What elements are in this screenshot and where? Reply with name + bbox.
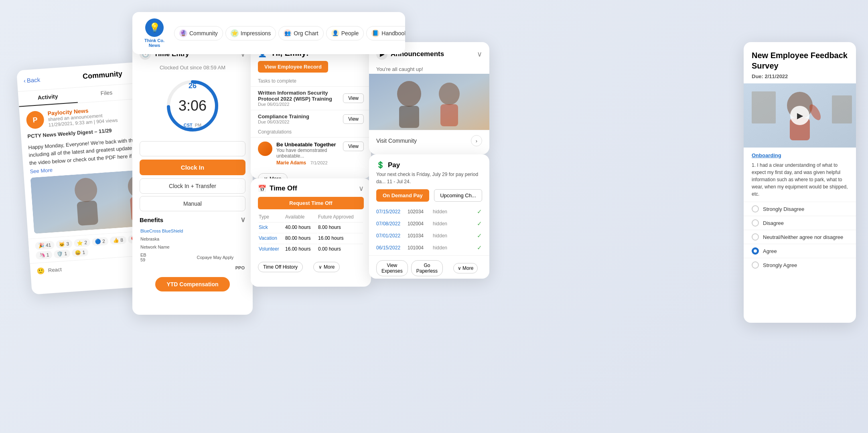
upcoming-checks-button[interactable]: Upcoming Ch... (434, 189, 482, 202)
nav-item-impressions[interactable]: ⭐ Impressions (225, 26, 276, 40)
task-item-1: Written Information Security Protocol 20… (251, 86, 371, 110)
back-button[interactable]: ‹ Back (23, 76, 40, 84)
pay-title: Pay (388, 161, 400, 169)
announcements-chevron-icon[interactable]: ∨ (477, 50, 482, 59)
congrats-link[interactable]: Marie Adams (276, 160, 306, 166)
congrats-avatar (258, 142, 272, 156)
nav-item-orgchart[interactable]: 👥 Org Chart (278, 26, 323, 40)
reaction-5[interactable]: 👍 8 (110, 236, 126, 245)
reaction-1[interactable]: 🎉 41 (35, 241, 55, 250)
clock-in-transfer-button[interactable]: Clock In + Transfer (140, 178, 245, 194)
pay-id-4: 101004 (408, 245, 430, 251)
congrats-title: Be Unbeatable Together (276, 142, 339, 148)
reaction-4[interactable]: 🔵 2 (91, 237, 108, 246)
nav-item-handbook[interactable]: 📘 Handbook (366, 26, 405, 40)
pay-date-4[interactable]: 06/15/2022 (376, 245, 404, 251)
nav-item-people[interactable]: 👤 People (326, 26, 364, 40)
react-label[interactable]: React (48, 266, 62, 273)
time-off-table: Type Available Future Approved Sick 40.0… (258, 213, 364, 255)
survey-card: New Employee Feedback Survey Due: 2/11/2… (744, 42, 856, 323)
pay-more-button[interactable]: ∨ More (453, 263, 478, 273)
pay-date-1[interactable]: 07/15/2022 (376, 209, 404, 214)
pay-id-1: 102034 (408, 209, 430, 214)
benefits-chevron-icon[interactable]: ∨ (240, 215, 245, 224)
clock-time-display: 3:06 (178, 97, 207, 114)
clock-circle-container: 26 3:06 CST PM (132, 74, 253, 138)
reaction-2[interactable]: 🐱 3 (56, 239, 73, 249)
chevron-down-icon: ∨ (318, 264, 322, 270)
announcements-photo (369, 74, 489, 130)
chevron-down-icon: ∨ (264, 176, 268, 178)
benefits-table: BlueCross BlueShield Nebraska Network Na… (140, 227, 245, 272)
timezone-label[interactable]: CST (184, 123, 193, 128)
nav-logo: 💡 Think Co. News (140, 18, 168, 48)
task-view-button-2[interactable]: View (343, 114, 364, 124)
nav-label-community: Community (189, 30, 218, 36)
reaction-11[interactable]: 🛡️ 1 (54, 249, 71, 259)
time-off-type-volunteer[interactable]: Volunteer (259, 246, 279, 252)
play-button[interactable]: ▶ (790, 106, 809, 125)
dollar-icon: 💲 (376, 161, 385, 169)
radio-option-5[interactable]: Strongly Agree (744, 258, 856, 272)
time-off-type-sick[interactable]: Sick (259, 225, 268, 230)
pay-date-2[interactable]: 07/08/2022 (376, 221, 404, 227)
time-off-type-vacation[interactable]: Vacation (259, 235, 277, 241)
visit-community-text: Visit Community (376, 138, 417, 144)
clock-in-button[interactable]: Clock In (140, 160, 245, 175)
chevron-down-icon: ∨ (458, 265, 461, 271)
pay-date-3[interactable]: 07/01/2022 (376, 233, 404, 239)
radio-option-1[interactable]: Strongly Disagree (744, 202, 856, 216)
people-icon: 👤 (331, 29, 339, 37)
nav-item-community[interactable]: 🔮 Community (174, 26, 223, 40)
pay-footer: View Expenses Go Paperless ∨ More (369, 255, 489, 279)
react-icon[interactable]: 🙂 (37, 267, 45, 275)
clock-number: 26 (189, 82, 197, 90)
radio-circle-2[interactable] (752, 219, 759, 227)
pay-id-3: 101034 (408, 233, 430, 239)
task-item-2: Compliance Training Due 06/03/2022 View (251, 110, 371, 127)
radio-circle-4[interactable] (752, 247, 759, 255)
period-label[interactable]: PM (195, 123, 202, 128)
radio-option-2[interactable]: Disagree (744, 216, 856, 230)
manual-button[interactable]: Manual (140, 196, 245, 211)
congrats-view-button[interactable]: View (343, 142, 364, 151)
svg-rect-16 (752, 91, 776, 123)
nav-label-people: People (341, 30, 359, 36)
time-off-history-button[interactable]: Time Off History (258, 262, 303, 272)
view-expenses-button[interactable]: View Expenses (376, 260, 408, 276)
view-employee-record-button[interactable]: View Employee Record (258, 61, 328, 73)
task-name-1: Written Information Security Protocol 20… (258, 90, 343, 102)
survey-question: 1. I had a clear understanding of what t… (744, 160, 856, 202)
time-off-more-button[interactable]: ∨ More (313, 262, 340, 272)
reaction-3[interactable]: ⭐ 2 (73, 238, 90, 247)
radio-option-4[interactable]: Agree (744, 244, 856, 258)
congrats-item: Be Unbeatable Together You have demonstr… (251, 137, 371, 170)
visit-community-button[interactable]: › (471, 135, 482, 146)
task-view-button-1[interactable]: View (343, 93, 364, 103)
task-name-2: Compliance Training (258, 113, 309, 119)
reaction-10[interactable]: 🦄 1 (36, 251, 53, 260)
on-demand-pay-button[interactable]: On Demand Pay (376, 189, 429, 202)
radio-option-3[interactable]: Neutral/Neither agree nor disagree (744, 230, 856, 244)
time-entry-input[interactable] (140, 141, 245, 156)
time-off-chevron-icon[interactable]: ∨ (359, 184, 364, 193)
go-paperless-button[interactable]: Go Paperless (411, 260, 443, 276)
benefits-section: Benefits ∨ BlueCross BlueShield Nebraska… (140, 215, 245, 272)
pay-card: 💲 Pay Your next check is Friday, July 29… (369, 154, 489, 279)
emily-more-button[interactable]: ∨ More (258, 173, 288, 178)
request-time-off-button[interactable]: Request Time Off (258, 197, 364, 209)
reaction-12[interactable]: 😄 1 (71, 248, 88, 257)
navbar-card: 💡 Think Co. News 🔮 Community ⭐ Impressio… (132, 12, 405, 54)
radio-circle-5[interactable] (752, 261, 759, 269)
pay-buttons: On Demand Pay Upcoming Ch... (369, 189, 489, 206)
task-due-1: Due 06/01/2022 (258, 102, 343, 107)
radio-circle-3[interactable] (752, 233, 759, 241)
benefits-header: Benefits ∨ (140, 215, 245, 224)
radio-circle-1[interactable] (752, 205, 759, 212)
ytd-compensation-button[interactable]: YTD Compensation (155, 277, 229, 291)
time-off-card: 📅 Time Off ∨ Request Time Off Type Avail… (251, 178, 371, 287)
benefits-title: Benefits (140, 216, 163, 223)
benefit-name: BlueCross BlueShield (140, 227, 196, 235)
pay-row-4: 06/15/2022 101004 hidden ✓ (369, 242, 489, 254)
svg-rect-2 (77, 200, 98, 226)
